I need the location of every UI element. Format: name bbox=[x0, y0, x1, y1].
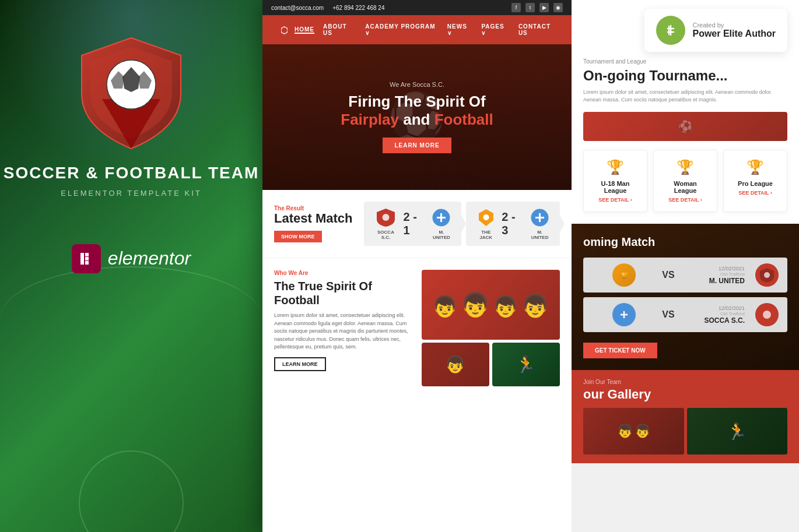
nav-academy[interactable]: ACADEMY PROGRAM ∨ bbox=[365, 23, 439, 36]
show-more-button[interactable]: SHOW MORE bbox=[274, 231, 322, 242]
brand-subtitle: Elementor Template Kit bbox=[61, 189, 202, 198]
team2-col: M. UNITED bbox=[430, 207, 453, 240]
gallery-section: Join Our Team our Gallery 👦 👦 🏃 bbox=[572, 370, 799, 463]
svg-point-16 bbox=[764, 272, 770, 278]
match1-score: 2 - 1 bbox=[403, 210, 425, 237]
upcoming-title: oming Match bbox=[583, 235, 787, 249]
hero-title-line2: Fairplay and Football bbox=[341, 111, 493, 129]
league-name-1: U-18 Man League bbox=[593, 180, 638, 194]
about-small-image-2: 🏃 bbox=[492, 343, 560, 386]
get-ticket-button[interactable]: GET TICKET NOW bbox=[583, 343, 657, 358]
elementor-badge: elementor bbox=[72, 244, 191, 273]
upcoming-section: oming Match 🏆 VS 12/02/2021 Old Trafford… bbox=[572, 224, 799, 370]
hero-and: and bbox=[403, 111, 434, 128]
youtube-icon[interactable]: ▶ bbox=[539, 3, 549, 12]
team3-name: THE JACK bbox=[475, 230, 497, 240]
team2-badge-icon bbox=[431, 207, 451, 228]
vs-match2-place: Old Trafford bbox=[681, 311, 745, 316]
svg-point-18 bbox=[763, 311, 771, 319]
trophy-icon-3: 🏆 bbox=[733, 159, 778, 175]
league-cards: 🏆 U-18 Man League SEE DETAIL › 🏆 Woman L… bbox=[583, 150, 787, 212]
sidebar-panel: Created by Power Elite Author Tournament… bbox=[572, 0, 799, 532]
team1-col: SOCCA S.C. bbox=[373, 207, 398, 240]
website-mockup: contact@socca.com +62 894 222 468 24 f t… bbox=[262, 0, 572, 532]
about-small-label: Who We Are bbox=[274, 270, 413, 276]
left-panel: Soccer & Football Team Elementor Templat… bbox=[0, 0, 262, 532]
see-detail-2[interactable]: SEE DETAIL › bbox=[663, 197, 708, 203]
upcoming-content: oming Match 🏆 VS 12/02/2021 Old Trafford… bbox=[583, 235, 787, 358]
created-by-label: Created by bbox=[692, 22, 776, 29]
email-contact: contact@socca.com bbox=[271, 5, 324, 11]
about-learn-more-button[interactable]: LEARN MORE bbox=[274, 357, 326, 371]
svg-rect-6 bbox=[85, 253, 89, 256]
about-images: 👦 👦 👦 👦 👦 🏃 bbox=[422, 270, 560, 386]
logo-container bbox=[73, 35, 190, 152]
nav-logo-icon bbox=[274, 20, 295, 40]
vs-match2-date: 12/02/2021 bbox=[681, 305, 745, 311]
team4-name: M. UNITED bbox=[528, 230, 551, 240]
vs-text-2: VS bbox=[662, 309, 674, 320]
team4-badge-icon bbox=[530, 207, 550, 228]
svg-point-9 bbox=[282, 27, 288, 33]
twitter-icon[interactable]: t bbox=[525, 3, 535, 12]
match2-score: 2 - 3 bbox=[502, 210, 524, 237]
match-card-2: THE JACK 2 - 3 M. UNITED bbox=[466, 202, 560, 246]
see-detail-1[interactable]: SEE DETAIL › bbox=[593, 197, 638, 203]
vs-match2-team: SOCCA S.C. bbox=[681, 316, 745, 325]
vs-team2-badge-icon bbox=[755, 263, 779, 287]
left-panel-content: Soccer & Football Team Elementor Templat… bbox=[0, 0, 262, 273]
nav-contact[interactable]: CONTACT US bbox=[518, 23, 560, 36]
gallery-grid: 👦 👦 🏃 bbox=[583, 408, 787, 455]
nav-home[interactable]: HOME bbox=[295, 26, 314, 34]
match-label: The Result Latest Match SHOW MORE bbox=[274, 205, 352, 242]
team2-name: M. UNITED bbox=[430, 230, 453, 240]
league-card-1[interactable]: 🏆 U-18 Man League SEE DETAIL › bbox=[583, 150, 647, 212]
power-elite-text: Power Elite Author bbox=[692, 29, 776, 39]
svg-rect-7 bbox=[85, 257, 89, 260]
facebook-icon[interactable]: f bbox=[511, 3, 521, 12]
upcoming-title-partial: oming Match bbox=[583, 235, 655, 248]
vs-match1-info: 12/02/2021 Old Trafford M. UNITED bbox=[681, 266, 745, 285]
vs-match2-info: 12/02/2021 Old Trafford SOCCA S.C. bbox=[681, 305, 745, 325]
about-small-images: 👦 🏃 bbox=[422, 343, 560, 386]
about-text: Who We Are The True Spirit Of Football L… bbox=[274, 270, 413, 386]
gallery-label: Join Our Team bbox=[583, 379, 787, 385]
league-card-2[interactable]: 🏆 Woman League SEE DETAIL › bbox=[653, 150, 717, 212]
instagram-icon[interactable]: ◉ bbox=[553, 3, 563, 12]
about-description: Lorem ipsum dolor sit amet, consectetuer… bbox=[274, 312, 413, 351]
hero-red-word2: Football bbox=[434, 111, 493, 128]
hero-learn-more-button[interactable]: LEARN MORE bbox=[383, 138, 451, 153]
svg-rect-5 bbox=[80, 253, 84, 265]
elementor-logo-icon bbox=[78, 251, 94, 267]
svg-rect-8 bbox=[85, 261, 89, 265]
trophy-icon-1: 🏆 bbox=[593, 159, 638, 175]
league-name-2: Woman League bbox=[663, 180, 708, 194]
top-bar: contact@socca.com +62 894 222 468 24 f t… bbox=[262, 0, 572, 15]
vs-match1-team: M. UNITED bbox=[681, 277, 745, 285]
tournament-small-label: Tournament and League bbox=[583, 58, 787, 65]
vs2-team1-badge-icon bbox=[612, 303, 636, 326]
tournament-description: Lorem ipsum dolor sit amet, consectetuer… bbox=[583, 89, 787, 103]
tournament-hero-image: ⚽ bbox=[583, 112, 787, 141]
nav-pages[interactable]: PAGES ∨ bbox=[481, 23, 510, 36]
match-section: The Result Latest Match SHOW MORE SOCCA … bbox=[262, 190, 572, 258]
league-card-3[interactable]: 🏆 Pro League SEE DETAIL › bbox=[723, 150, 787, 212]
tournament-title: On-going Tourname... bbox=[583, 68, 787, 84]
nav-news[interactable]: NEWS ∨ bbox=[447, 23, 473, 36]
vs-match1-place: Old Trafford bbox=[681, 272, 745, 277]
phone-contact: +62 894 222 468 24 bbox=[332, 5, 384, 11]
created-by-badge: Created by Power Elite Author bbox=[644, 9, 787, 52]
match-vs-card-2: VS 12/02/2021 Old Trafford SOCCA S.C. bbox=[583, 297, 787, 332]
league-name-3: Pro League bbox=[733, 180, 778, 187]
see-detail-3[interactable]: SEE DETAIL › bbox=[733, 190, 778, 196]
match-vs-card-1: 🏆 VS 12/02/2021 Old Trafford M. UNITED bbox=[583, 258, 787, 293]
top-bar-right: f t ▶ ◉ bbox=[511, 3, 563, 12]
vs-label-1: VS bbox=[662, 270, 674, 280]
hero-content: We Are Socca S.C. Firing The Spirit Of F… bbox=[341, 81, 493, 153]
elementor-icon bbox=[72, 244, 101, 273]
hero-title: Firing The Spirit Of Fairplay and Footba… bbox=[341, 93, 493, 129]
match-latest-title: Latest Match bbox=[274, 212, 352, 226]
vs-match1-date: 12/02/2021 bbox=[681, 266, 745, 272]
vs-label-2: VS bbox=[662, 309, 674, 320]
nav-about[interactable]: ABOUT US bbox=[323, 23, 356, 36]
